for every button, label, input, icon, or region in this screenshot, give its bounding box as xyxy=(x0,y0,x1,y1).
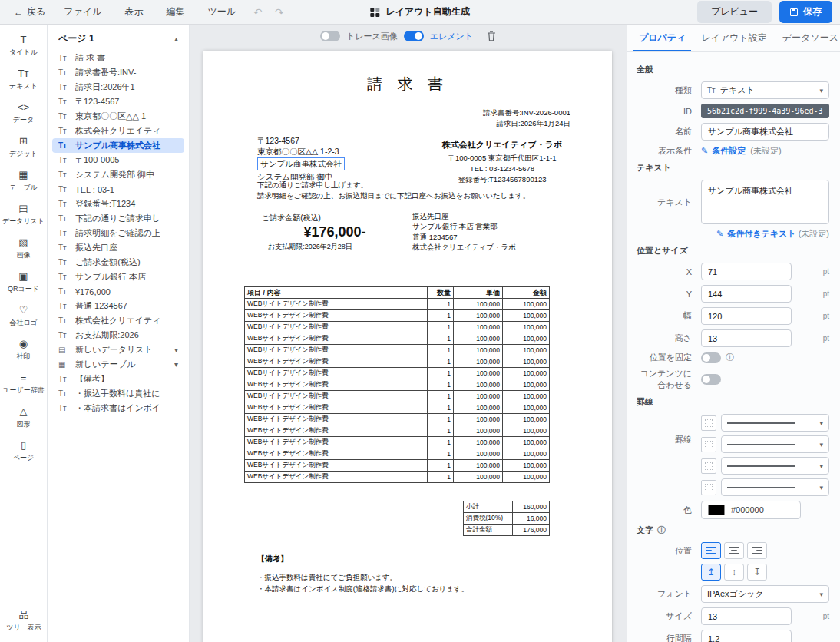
tool-item[interactable]: ♡ 会社ロゴ xyxy=(2,299,46,333)
invoice-table-row[interactable]: WEBサイトデザイン制作費 1 100,000 100,000 xyxy=(245,460,550,472)
save-button[interactable]: 保存 xyxy=(779,1,832,23)
menu-item[interactable]: 表示 xyxy=(114,2,154,22)
layer-item[interactable]: ▤ 新しいデータリスト ▾ xyxy=(52,343,184,357)
invoice-table-row[interactable]: WEBサイトデザイン制作費 1 100,000 100,000 xyxy=(245,391,550,402)
layer-item[interactable]: Tт 請求書番号:INV- ▾ xyxy=(52,65,184,80)
layer-item[interactable]: Tт サンプル商事株式会社 ▾ xyxy=(52,138,184,153)
invoice-table-row[interactable]: WEBサイトデザイン制作費 1 100,000 100,000 xyxy=(245,310,550,322)
width-input[interactable] xyxy=(701,307,792,325)
preview-button[interactable]: プレビュー xyxy=(697,1,772,23)
issuer-name[interactable]: 株式会社クリエイティブ・ラボ xyxy=(426,138,578,151)
summary-table[interactable]: 小計 160,000 消費税(10%) 16,000 合計金額 176,000 xyxy=(463,501,550,536)
issuer-registration[interactable]: 登録番号:T1234567890123 xyxy=(426,174,578,185)
invoice-table-row[interactable]: WEBサイトデザイン制作費 1 100,000 100,000 xyxy=(245,414,550,425)
valign-middle-button[interactable]: ↕ xyxy=(724,564,744,581)
condition-setting-link[interactable]: ✎条件設定 xyxy=(701,145,746,157)
font-size-input[interactable] xyxy=(701,607,792,625)
client-address[interactable]: 東京都〇〇区△△ 1-2-3 xyxy=(257,146,345,157)
invoice-table-row[interactable]: WEBサイトデザイン制作費 1 100,000 100,000 xyxy=(245,322,550,333)
invoice-number[interactable]: 請求書番号:INV-2026-0001 xyxy=(483,108,570,118)
align-left-button[interactable] xyxy=(701,542,721,559)
conditional-text-link[interactable]: ✎条件付きテキスト xyxy=(716,228,796,240)
amount-value[interactable]: ¥176,000- xyxy=(262,224,408,240)
invoice-page[interactable]: 請 求 書 請求書番号:INV-2026-0001 請求日:2026年1月24日… xyxy=(203,51,612,642)
tool-item[interactable]: ⊞ デジット xyxy=(2,131,46,164)
bank-branch[interactable]: サンプル銀行 本店 営業部 xyxy=(412,221,516,231)
height-input[interactable] xyxy=(701,329,792,347)
invoice-table-row[interactable]: WEBサイトデザイン制作費 1 100,000 100,000 xyxy=(245,333,550,345)
align-center-button[interactable] xyxy=(724,542,744,559)
layer-item[interactable]: Tт 〒100-0005 ▾ xyxy=(52,153,184,167)
tool-item[interactable]: T タイトル xyxy=(2,29,46,62)
greeting-line-1[interactable]: 下記の通りご請求申し上げます。 xyxy=(257,180,368,190)
layer-item[interactable]: Tт 登録番号:T1234 ▾ xyxy=(52,197,184,211)
redo-icon[interactable]: ↷ xyxy=(270,6,289,18)
layer-item[interactable]: Tт サンプル銀行 本店 ▾ xyxy=(52,270,184,284)
type-select[interactable]: Tт テキスト ▾ xyxy=(701,81,829,99)
bank-holder[interactable]: 株式会社クリエイティブ・ラボ xyxy=(412,242,516,252)
invoice-table-row[interactable]: WEBサイトデザイン制作費 1 100,000 100,000 xyxy=(245,437,550,448)
invoice-table-row[interactable]: WEBサイトデザイン制作費 1 100,000 100,000 xyxy=(245,402,550,414)
invoice-date[interactable]: 請求日:2026年1月24日 xyxy=(483,118,570,129)
x-input[interactable] xyxy=(701,263,792,280)
tree-view-toggle[interactable]: 品 ツリー表示 xyxy=(2,604,46,637)
back-button[interactable]: ←戻る xyxy=(8,2,51,22)
line-height-input[interactable] xyxy=(701,630,792,642)
issuer-address[interactable]: 〒100-0005 東京都千代田区1-1-1 xyxy=(426,153,578,164)
chevron-down-icon[interactable]: ▾ xyxy=(174,360,178,369)
invoice-title[interactable]: 請 求 書 xyxy=(203,74,612,94)
border-color-picker[interactable]: #000000 xyxy=(701,501,801,519)
tool-item[interactable]: ▦ テーブル xyxy=(2,164,46,197)
name-input[interactable] xyxy=(701,123,829,141)
invoice-table-row[interactable]: WEBサイトデザイン制作費 1 100,000 100,000 xyxy=(245,368,550,379)
layer-item[interactable]: Tт 請求日:2026年1 ▾ xyxy=(52,80,184,94)
align-right-button[interactable] xyxy=(747,542,767,559)
bank-account[interactable]: 普通 1234567 xyxy=(412,232,516,242)
properties-tab[interactable]: データソース xyxy=(777,25,840,51)
layer-item[interactable]: Tт 〒123-4567 ▾ xyxy=(52,94,184,109)
greeting-line-2[interactable]: 請求明細をご確認の上、お振込期日までに下記口座へお振込をお願いいたします。 xyxy=(257,191,530,201)
layer-item[interactable]: Tт ・本請求書はインボイ ▾ xyxy=(52,401,184,415)
layer-item[interactable]: Tт 株式会社クリエイティ ▾ xyxy=(52,124,184,138)
layer-item[interactable]: Tт 請求明細をご確認の上 ▾ xyxy=(52,226,184,240)
tool-item[interactable]: ▯ ページ xyxy=(2,435,46,468)
invoice-table[interactable]: 項目 / 内容 数量 単価 金額 WEBサイトデザイン制作費 1 100,000… xyxy=(244,286,550,483)
bank-title[interactable]: 振込先口座 xyxy=(412,211,516,221)
due-date[interactable]: お支払期限:2026年2月28日 xyxy=(268,242,408,252)
border-style-select[interactable]: ▾ xyxy=(721,435,829,453)
layer-item[interactable]: Tт 東京都〇〇区△△ 1 ▾ xyxy=(52,109,184,124)
tool-item[interactable]: ▧ 画像 xyxy=(2,232,46,265)
trace-image-toggle[interactable] xyxy=(320,31,340,41)
layer-item[interactable]: Tт 株式会社クリエイティ ▾ xyxy=(52,313,184,328)
invoice-table-row[interactable]: WEBサイトデザイン制作費 1 100,000 100,000 xyxy=(245,472,550,483)
client-zip[interactable]: 〒123-4567 xyxy=(257,135,345,146)
properties-tab[interactable]: レイアウト設定 xyxy=(696,25,772,51)
amount-label[interactable]: ご請求金額(税込) xyxy=(262,213,408,223)
tool-item[interactable]: ▤ データリスト xyxy=(2,198,46,231)
tool-item[interactable]: ▣ QRコード xyxy=(2,266,46,299)
trash-icon[interactable] xyxy=(487,31,496,41)
layer-item[interactable]: Tт 振込先口座 ▾ xyxy=(52,240,184,255)
invoice-table-row[interactable]: WEBサイトデザイン制作費 1 100,000 100,000 xyxy=(245,356,550,368)
undo-icon[interactable]: ↶ xyxy=(248,6,268,18)
y-input[interactable] xyxy=(701,285,792,303)
border-style-select[interactable]: ▾ xyxy=(721,414,829,432)
fit-content-toggle[interactable] xyxy=(701,374,721,385)
layer-item[interactable]: Tт ・振込手数料は貴社に ▾ xyxy=(52,386,184,401)
collapse-icon[interactable]: ▴ xyxy=(174,35,178,43)
layer-item[interactable]: ▦ 新しいテーブル ▾ xyxy=(52,357,184,372)
tool-item[interactable]: △ 図形 xyxy=(2,401,46,434)
layer-item[interactable]: Tт ¥176,000- ▾ xyxy=(52,284,184,299)
invoice-table-row[interactable]: WEBサイトデザイン制作費 1 100,000 100,000 xyxy=(245,345,550,356)
tool-item[interactable]: ◉ 社印 xyxy=(2,333,46,366)
text-content-input[interactable]: サンプル商事株式会社 xyxy=(701,180,829,224)
layer-item[interactable]: Tт ご請求金額(税込) ▾ xyxy=(52,255,184,270)
layer-item[interactable]: Tт お支払期限:2026 ▾ xyxy=(52,328,184,343)
font-select[interactable]: IPAexゴシック▾ xyxy=(701,585,829,603)
menu-item[interactable]: 編集 xyxy=(155,2,195,22)
tool-item[interactable]: <> データ xyxy=(2,97,46,130)
layer-item[interactable]: Tт 下記の通りご請求申し ▾ xyxy=(52,211,184,226)
fix-position-toggle[interactable] xyxy=(701,352,721,363)
invoice-meta[interactable]: 請求書番号:INV-2026-0001 請求日:2026年1月24日 xyxy=(483,108,570,129)
tool-item[interactable]: ≡ ユーザー辞書 xyxy=(2,367,46,400)
